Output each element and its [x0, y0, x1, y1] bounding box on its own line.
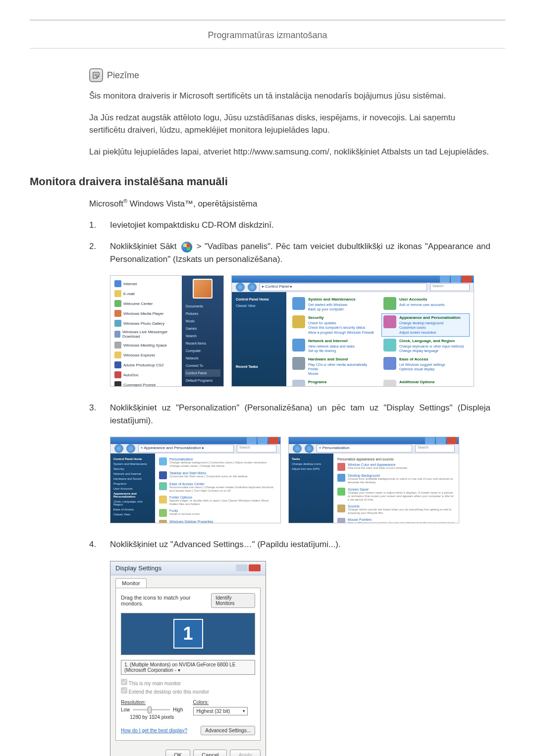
resolution-slider[interactable]: Low High — [121, 707, 183, 712]
close-icon — [249, 564, 261, 571]
tab-monitor[interactable]: Monitor — [115, 578, 147, 588]
page-header: Programmatūras izmantošana — [30, 30, 505, 49]
monitor-1[interactable]: 1 — [173, 619, 203, 649]
note-para-1: Šis monitora draiveris ir Microsoft sert… — [89, 90, 490, 102]
advanced-settings-button[interactable]: Advanced Settings... — [201, 726, 255, 735]
extend-desktop-checkbox[interactable]: Extend the desktop onto this monitor — [121, 687, 255, 695]
main-monitor-checkbox[interactable]: This is my main monitor — [121, 679, 255, 686]
note-body: Šis monitora draiveris ir Microsoft sert… — [89, 90, 490, 158]
page-frame: Programmatūras izmantošana Piezīme Šis m… — [30, 20, 505, 756]
steps-list-cont1: Noklikšķiniet uz "Personalization" (Pers… — [89, 402, 490, 427]
step-4: Noklikšķiniet uz "Advanced Settings…" (P… — [89, 538, 490, 551]
screenshot-row-1: Internet E-mail Welcome Center Windows M… — [110, 275, 490, 387]
note-title: Piezīme — [107, 70, 139, 81]
step-1: Ievietojiet kompaktdisku CD-ROM diskdzin… — [89, 219, 490, 232]
help-link[interactable]: How do I get the best display? — [121, 728, 187, 733]
start-icon — [181, 242, 192, 252]
note-para-3: Lai piekļūtu lejupielādes lapai, atverie… — [89, 146, 490, 158]
steps-list: Ievietojiet kompaktdisku CD-ROM diskdzin… — [89, 219, 490, 266]
dialog-title: Display Settings — [115, 564, 161, 572]
apply-button[interactable]: Apply — [230, 750, 261, 756]
resolution-label: Resolution: — [121, 700, 183, 705]
screenshot-control-panel: ▸ Control Panel ▸ Search Control Panel H… — [231, 275, 474, 387]
screenshot-appearance-panel: « Appearance and Personalization ▸ Searc… — [110, 437, 281, 523]
colors-dropdown[interactable]: Highest (32 bit) — [193, 707, 248, 715]
note-icon — [89, 68, 103, 82]
note-para-2: Ja Jūs redzat augstāk attēloto logu, Jūs… — [89, 111, 490, 137]
screenshot-display-settings-dialog: Display Settings Monitor Drag the icons … — [110, 561, 266, 756]
ok-button[interactable]: OK — [165, 750, 190, 756]
dialog-instruction: Drag the icons to match your monitors. — [121, 595, 211, 606]
resolution-value: 1280 by 1024 pixels — [121, 714, 183, 720]
note-block: Piezīme Šis monitora draiveris ir Micros… — [89, 68, 490, 158]
identify-monitors-button[interactable]: Identify Monitors — [211, 593, 255, 608]
screenshot-start-menu: Internet E-mail Welcome Center Windows M… — [110, 275, 224, 387]
colors-label: Colors: — [193, 700, 256, 705]
steps-list-cont2: Noklikšķiniet uz "Advanced Settings…" (P… — [89, 538, 490, 551]
os-line: Microsoft® Windows Vista™, operētājsistē… — [89, 198, 490, 209]
section-heading: Monitora draivera instalēšana manuāli — [30, 175, 505, 188]
step-2: Noklikšķiniet Sākt > "Vadības panelis". … — [89, 240, 490, 265]
monitor-preview[interactable]: 1 — [121, 613, 255, 655]
screenshot-row-2: « Appearance and Personalization ▸ Searc… — [110, 437, 490, 523]
monitor-dropdown[interactable]: 1. (Multiple Monitors) on NVIDIA GeForce… — [121, 660, 255, 675]
screenshot-personalization-detail: « Personalization Search Tasks Change de… — [288, 437, 459, 523]
cancel-button[interactable]: Cancel — [193, 750, 227, 756]
step-3: Noklikšķiniet uz "Personalization" (Pers… — [89, 402, 490, 427]
